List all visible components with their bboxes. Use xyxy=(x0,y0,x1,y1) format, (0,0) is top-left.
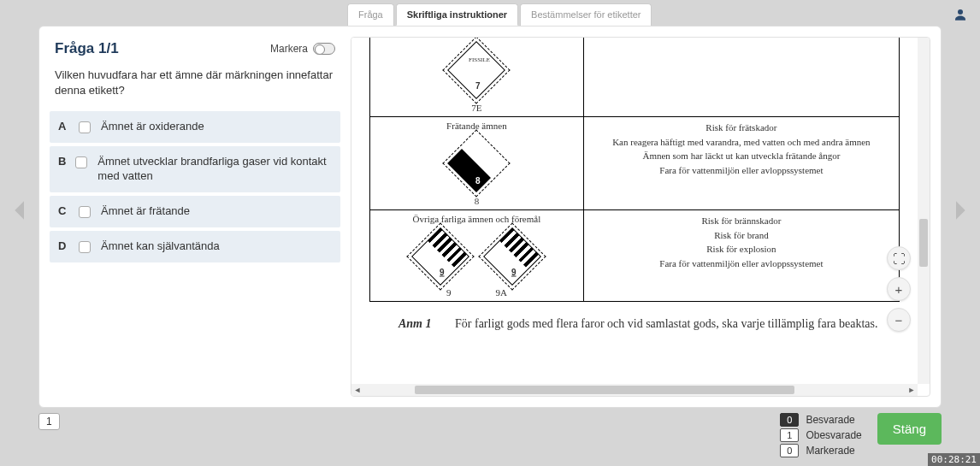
checkbox-icon xyxy=(75,156,87,168)
scroll-thumb[interactable] xyxy=(415,386,794,394)
option-b[interactable]: B Ämnet utvecklar brandfarliga gaser vid… xyxy=(50,146,340,192)
option-letter: B xyxy=(58,155,72,168)
tab-instructions[interactable]: Skriftliga instruktioner xyxy=(396,3,518,26)
options-list: A Ämnet är oxiderande B Ämnet utvecklar … xyxy=(50,111,340,262)
hazard-code: 7E xyxy=(471,103,481,113)
zoom-fit-button[interactable]: ⛶ xyxy=(887,246,911,270)
hazard-code: 9A xyxy=(495,287,506,298)
risk-list: Risk för brännskador Risk för brand Risk… xyxy=(591,214,892,270)
document-panel: FISSILE 7 7E Frätande ämnen 8 8 xyxy=(351,37,930,397)
option-letter: C xyxy=(58,204,75,217)
checkbox-icon xyxy=(79,241,91,253)
hazard-diamond-9a: 9 xyxy=(479,222,546,290)
risk-list: Risk för frätskador Kan reagera häftigt … xyxy=(591,121,892,177)
vertical-scrollbar[interactable] xyxy=(918,38,930,384)
option-letter: A xyxy=(58,120,75,133)
scroll-left-icon[interactable]: ◄ xyxy=(351,386,363,394)
count: 0 xyxy=(780,413,799,427)
stats: 0 Besvarade 1 Obesvarade 0 Markerade xyxy=(780,413,861,457)
hazard-code: 8 xyxy=(475,196,480,206)
label: Besvarade xyxy=(806,414,854,426)
risk-line: Fara för vattenmiljön eller avloppssyste… xyxy=(591,257,892,271)
note-text: För farligt gods med flera faror och vid… xyxy=(455,317,878,330)
hazard-diamond-8: 8 xyxy=(443,129,511,197)
footer: 1 0 Besvarade 1 Obesvarade 0 Markerade S… xyxy=(38,413,942,459)
risk-line: Risk för frätskador xyxy=(591,121,892,135)
count: 1 xyxy=(780,428,799,442)
tab-label-rules[interactable]: Bestämmelser för etiketter xyxy=(520,3,652,26)
svg-point-0 xyxy=(958,9,963,15)
next-question-button[interactable] xyxy=(946,197,973,231)
main-panel: Fråga 1/1 Markera Vilken huvudfara har e… xyxy=(38,26,942,408)
note-label: Anm 1 xyxy=(398,317,432,330)
risk-line: Risk för explosion xyxy=(591,242,892,257)
risk-line: Ämnen som har läckt ut kan utveckla frät… xyxy=(591,149,892,163)
mark-label: Markera xyxy=(270,43,308,55)
risk-line: Risk för brand xyxy=(591,228,892,243)
option-text: Ämnet utvecklar brandfarliga gaser vid k… xyxy=(97,155,332,184)
zoom-out-button[interactable]: − xyxy=(887,308,911,332)
option-letter: D xyxy=(58,239,75,252)
checkbox-icon xyxy=(79,206,91,218)
hazard-diamond-9: 9 xyxy=(407,222,475,290)
hazard-header: Övriga farliga ämnen och föremål xyxy=(377,214,576,224)
question-title: Fråga 1/1 xyxy=(55,40,119,57)
close-button[interactable]: Stäng xyxy=(877,413,942,445)
count: 0 xyxy=(780,444,799,457)
zoom-in-button[interactable]: + xyxy=(887,277,911,301)
option-text: Ämnet kan självantända xyxy=(101,239,220,254)
zoom-controls: ⛶ + − xyxy=(887,246,911,332)
prev-question-button[interactable] xyxy=(7,197,34,231)
risk-line: Fara för vattenmiljön eller avloppssyste… xyxy=(591,163,892,178)
hazard-code: 9 xyxy=(446,287,452,298)
horizontal-scrollbar[interactable]: ◄ ► xyxy=(351,384,918,396)
checkbox-icon xyxy=(79,121,91,133)
hazard-table: FISSILE 7 7E Frätande ämnen 8 8 xyxy=(369,38,900,302)
option-text: Ämnet är oxiderande xyxy=(101,120,204,134)
toggle-icon xyxy=(313,43,335,55)
option-a[interactable]: A Ämnet är oxiderande xyxy=(50,111,340,143)
risk-line: Kan reagera häftigt med varandra, med va… xyxy=(591,135,892,150)
user-icon[interactable] xyxy=(953,7,968,22)
hazard-diamond-7e: FISSILE 7 xyxy=(443,37,511,104)
stat-answered: 0 Besvarade xyxy=(780,413,861,427)
label: Markerade xyxy=(806,445,854,457)
option-c[interactable]: C Ämnet är frätande xyxy=(50,196,340,227)
question-text: Vilken huvudfara har ett ämne där märkni… xyxy=(50,64,340,111)
page-button[interactable]: 1 xyxy=(38,413,60,430)
document-content[interactable]: FISSILE 7 7E Frätande ämnen 8 8 xyxy=(351,38,918,384)
fissile-label: FISSILE xyxy=(457,56,503,63)
note: Anm 1 För farligt gods med flera faror o… xyxy=(398,317,918,331)
mark-toggle[interactable]: Markera xyxy=(270,43,335,55)
scroll-thumb[interactable] xyxy=(919,219,928,267)
option-d[interactable]: D Ämnet kan självantända xyxy=(50,231,340,262)
stat-unanswered: 1 Obesvarade xyxy=(780,428,861,442)
timer: 00:28:21 xyxy=(928,453,980,466)
scroll-right-icon[interactable]: ► xyxy=(906,386,918,394)
label: Obesvarade xyxy=(806,429,861,441)
question-panel: Fråga 1/1 Markera Vilken huvudfara har e… xyxy=(50,37,340,397)
risk-line: Risk för brännskador xyxy=(591,214,892,228)
tabs: Fråga Skriftliga instruktioner Bestämmel… xyxy=(347,3,653,26)
option-text: Ämnet är frätande xyxy=(101,204,190,219)
stat-marked: 0 Markerade xyxy=(780,444,861,457)
tab-question[interactable]: Fråga xyxy=(347,3,394,26)
